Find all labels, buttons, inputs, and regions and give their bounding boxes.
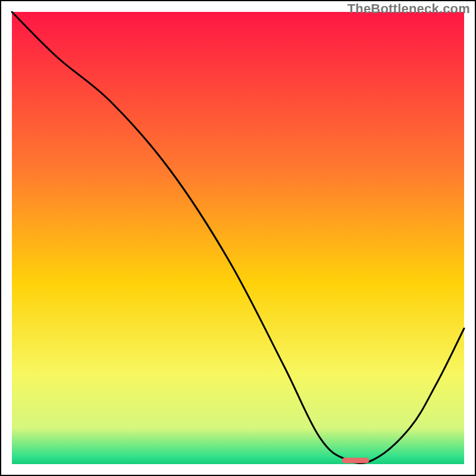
- watermark-label: TheBottleneck.com: [347, 1, 470, 17]
- bottleneck-chart: TheBottleneck.com: [0, 0, 476, 476]
- sweet-spot-marker: [342, 458, 369, 463]
- chart-svg: [0, 0, 476, 476]
- plot-area: [12, 12, 464, 464]
- gradient-background: [12, 12, 464, 464]
